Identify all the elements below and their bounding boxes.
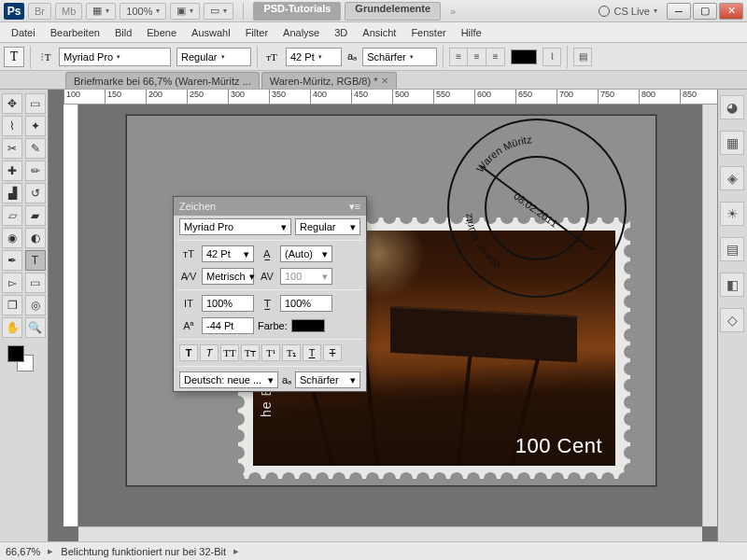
panel-menu-icon[interactable]: ▾≡	[349, 201, 360, 213]
shape-tool[interactable]: ▭	[25, 273, 46, 293]
dodge-tool[interactable]: ◐	[25, 228, 46, 248]
screenmode-dropdown[interactable]: ▭ ▾	[204, 3, 233, 20]
z-baseline[interactable]: -44 Pt	[202, 317, 254, 334]
doc-tab-1[interactable]: Briefmarke bei 66,7% (Waren-Müritz ...	[65, 72, 260, 89]
z-leading[interactable]: (Auto)▾	[280, 245, 332, 262]
toggle-panels[interactable]: ▤	[573, 48, 592, 66]
font-size-dropdown[interactable]: 42 Pt▾	[286, 48, 342, 66]
z-vscale[interactable]: 100%	[202, 295, 254, 312]
lasso-tool[interactable]: ⌇	[2, 116, 22, 136]
menu-datei[interactable]: Datei	[4, 22, 43, 43]
foreground-color[interactable]	[7, 345, 24, 362]
text-color-swatch[interactable]	[511, 49, 537, 64]
align-left[interactable]: ≡	[449, 48, 468, 66]
z-color-swatch[interactable]	[291, 319, 325, 332]
z-hscale[interactable]: 100%	[280, 295, 332, 312]
z-superscript[interactable]: T¹	[261, 344, 280, 361]
doc-tab-2[interactable]: Waren-Müritz, RGB/8) *✕	[261, 72, 398, 89]
z-font-family[interactable]: Myriad Pro▾	[179, 218, 291, 235]
zoom-tool[interactable]: 🔍	[25, 317, 46, 338]
status-arrow[interactable]: ▸	[48, 545, 53, 557]
ruler-horizontal[interactable]: 1001502002503003504004505005506006507007…	[63, 90, 717, 105]
font-style-dropdown[interactable]: Regular▾	[176, 48, 251, 66]
styles-panel-icon[interactable]: ◈	[720, 166, 744, 190]
menu-fenster[interactable]: Fenster	[403, 22, 453, 43]
paths-panel-icon[interactable]: ◇	[720, 308, 744, 332]
z-antialias[interactable]: Schärfer▾	[295, 371, 360, 388]
z-tracking[interactable]: 100▾	[280, 268, 332, 285]
view-extras-dropdown[interactable]: ▦ ▾	[86, 3, 116, 20]
z-strikethrough[interactable]: T	[323, 344, 342, 361]
window-close[interactable]: ✕	[719, 3, 743, 20]
scrollbar-vertical[interactable]	[702, 105, 717, 526]
scrollbar-horizontal[interactable]	[78, 526, 702, 541]
blur-tool[interactable]: ◉	[2, 228, 22, 248]
workspace-more[interactable]: »	[444, 6, 461, 17]
window-minimize[interactable]: ─	[667, 3, 691, 20]
history-brush-tool[interactable]: ↺	[25, 183, 46, 203]
tool-preset[interactable]: T	[4, 47, 24, 67]
menu-bearbeiten[interactable]: Bearbeiten	[43, 22, 107, 43]
swatches-panel-icon[interactable]: ▦	[720, 131, 744, 155]
minibridge-button[interactable]: Mb	[55, 3, 82, 20]
eraser-tool[interactable]: ▱	[2, 205, 22, 226]
healing-tool[interactable]: ✚	[2, 161, 22, 181]
menu-auswahl[interactable]: Auswahl	[184, 22, 238, 43]
z-allcaps[interactable]: TT	[220, 344, 239, 361]
status-arrow-2[interactable]: ▸	[233, 545, 239, 557]
ruler-vertical[interactable]	[63, 105, 78, 526]
menu-analyse[interactable]: Analyse	[275, 22, 327, 43]
pen-tool[interactable]: ✒	[2, 250, 22, 271]
menu-filter[interactable]: Filter	[238, 22, 275, 43]
eyedropper-tool[interactable]: ✎	[25, 138, 46, 159]
text-orientation[interactable]: ⸽T	[36, 49, 53, 65]
z-underline[interactable]: T	[303, 344, 321, 361]
arrange-dropdown[interactable]: ▣ ▾	[170, 3, 200, 20]
align-right[interactable]: ≡	[486, 48, 505, 66]
close-icon[interactable]: ✕	[381, 76, 388, 86]
type-tool[interactable]: T	[25, 250, 46, 271]
zoom-dropdown[interactable]: 100% ▾	[120, 3, 166, 20]
status-zoom[interactable]: 66,67%	[6, 546, 40, 557]
menu-ansicht[interactable]: Ansicht	[355, 22, 403, 43]
crop-tool[interactable]: ✂	[2, 138, 22, 159]
workspace-tab-inactive[interactable]: Grundelemente	[345, 2, 441, 21]
font-family-dropdown[interactable]: Myriad Pro▾	[59, 48, 171, 66]
z-bold[interactable]: T	[179, 344, 198, 361]
color-swatches[interactable]	[2, 343, 46, 375]
align-center[interactable]: ≡	[468, 48, 486, 66]
z-language[interactable]: Deutsch: neue ...▾	[179, 371, 278, 388]
menu-3d[interactable]: 3D	[327, 22, 355, 43]
character-panel[interactable]: Zeichen ▾≡ Myriad Pro▾ Regular▾ тT 42 Pt…	[173, 196, 367, 392]
warp-text[interactable]: ⌇	[543, 48, 561, 66]
menu-hilfe[interactable]: Hilfe	[454, 22, 489, 43]
workspace-tab-active[interactable]: PSD-Tutorials	[253, 2, 341, 21]
window-maximize[interactable]: ▢	[693, 3, 717, 20]
gradient-tool[interactable]: ▰	[25, 205, 46, 226]
menu-ebene[interactable]: Ebene	[139, 22, 184, 43]
stamp-tool[interactable]: ▟	[2, 183, 22, 203]
z-aa-label: aₐ	[282, 374, 291, 386]
menu-bild[interactable]: Bild	[107, 22, 139, 43]
3d-camera-tool[interactable]: ◎	[25, 295, 46, 315]
z-font-size[interactable]: 42 Pt▾	[202, 245, 254, 262]
brush-tool[interactable]: ✏	[25, 161, 46, 181]
path-select-tool[interactable]: ▻	[2, 273, 22, 293]
marquee-tool[interactable]: ▭	[25, 93, 46, 114]
cslive-button[interactable]: CS Live ▾	[599, 6, 657, 17]
layers-panel-icon[interactable]: ▤	[720, 237, 744, 261]
wand-tool[interactable]: ✦	[25, 116, 46, 136]
z-smallcaps[interactable]: Tᴛ	[241, 344, 260, 361]
z-font-style[interactable]: Regular▾	[295, 218, 360, 235]
bridge-button[interactable]: Br	[28, 3, 51, 20]
z-subscript[interactable]: T₁	[282, 344, 301, 361]
hand-tool[interactable]: ✋	[2, 317, 22, 338]
adjustments-panel-icon[interactable]: ☀	[720, 202, 744, 226]
z-kerning[interactable]: Metrisch▾	[202, 268, 254, 285]
color-panel-icon[interactable]: ◕	[720, 95, 744, 119]
channels-panel-icon[interactable]: ◧	[720, 273, 744, 297]
antialias-dropdown[interactable]: Schärfer▾	[362, 48, 437, 66]
move-tool[interactable]: ✥	[2, 93, 22, 114]
3d-tool[interactable]: ❒	[2, 295, 22, 315]
z-italic[interactable]: T	[200, 344, 218, 361]
